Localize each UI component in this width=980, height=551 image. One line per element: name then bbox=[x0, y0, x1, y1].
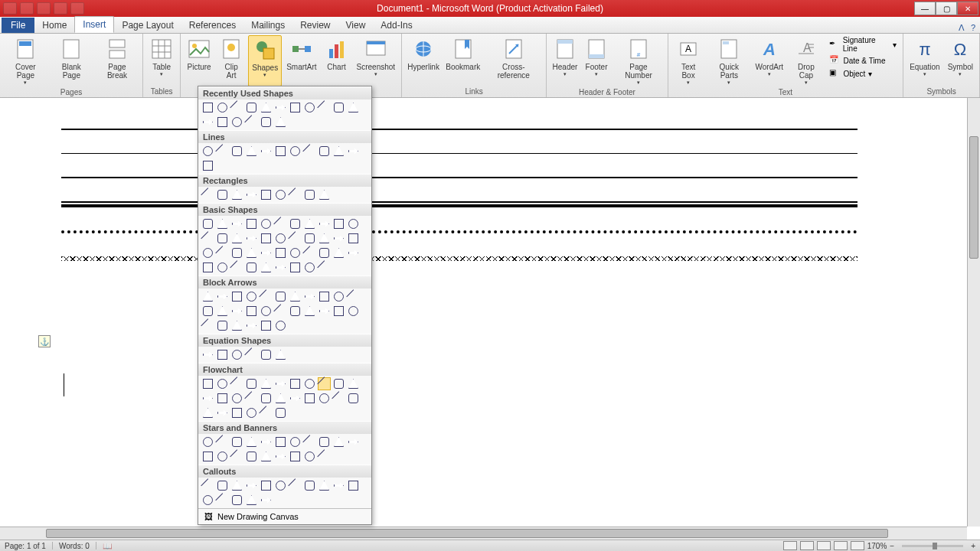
shape-option[interactable] bbox=[201, 246, 214, 259]
file-tab[interactable]: File bbox=[2, 18, 34, 33]
shape-option[interactable] bbox=[303, 450, 316, 463]
shape-option[interactable] bbox=[201, 392, 214, 405]
shape-option[interactable] bbox=[318, 232, 331, 245]
shape-option[interactable] bbox=[230, 406, 243, 419]
shape-option[interactable] bbox=[201, 232, 214, 245]
date-time-button[interactable]: 📅Date & Time bbox=[826, 54, 900, 67]
shape-option[interactable] bbox=[274, 406, 287, 419]
shape-option[interactable] bbox=[332, 377, 345, 390]
tab-insert[interactable]: Insert bbox=[74, 16, 114, 33]
shape-option[interactable] bbox=[245, 101, 258, 114]
shape-option[interactable] bbox=[216, 101, 229, 114]
shape-option[interactable] bbox=[216, 392, 229, 405]
shape-option[interactable] bbox=[303, 217, 316, 230]
shape-option[interactable] bbox=[260, 116, 273, 129]
shape-option[interactable] bbox=[289, 232, 302, 245]
shape-option[interactable] bbox=[289, 246, 302, 259]
shape-option[interactable] bbox=[201, 377, 214, 390]
outline-view[interactable] bbox=[834, 541, 848, 550]
shape-option[interactable] bbox=[289, 305, 302, 318]
page-break-button[interactable]: Page Break bbox=[95, 35, 139, 87]
shapes-button[interactable]: Shapes▾ bbox=[248, 35, 282, 86]
dropcap-button[interactable]: ADrop Cap▾ bbox=[787, 35, 825, 87]
shape-option[interactable] bbox=[347, 290, 360, 303]
shape-option[interactable] bbox=[347, 217, 360, 230]
shape-option[interactable] bbox=[216, 406, 229, 419]
undo-icon[interactable] bbox=[37, 2, 51, 15]
shape-option[interactable] bbox=[201, 319, 214, 332]
tab-mailings[interactable]: Mailings bbox=[243, 18, 292, 33]
shape-option[interactable] bbox=[347, 305, 360, 318]
shape-option[interactable] bbox=[216, 261, 229, 274]
shape-option[interactable] bbox=[260, 450, 273, 463]
shape-option[interactable] bbox=[318, 261, 331, 274]
tab-home[interactable]: Home bbox=[34, 18, 74, 33]
shape-option[interactable] bbox=[274, 319, 287, 332]
shape-option[interactable] bbox=[245, 479, 258, 492]
shape-option[interactable] bbox=[318, 217, 331, 230]
pagenum-button[interactable]: #Page Number▾ bbox=[612, 35, 664, 87]
picture-button[interactable]: Picture bbox=[184, 35, 214, 86]
shape-option[interactable] bbox=[274, 450, 287, 463]
shape-option[interactable] bbox=[245, 319, 258, 332]
shape-option[interactable] bbox=[245, 217, 258, 230]
shape-option[interactable] bbox=[216, 305, 229, 318]
shape-option[interactable] bbox=[216, 188, 229, 201]
shape-option[interactable] bbox=[347, 232, 360, 245]
new-drawing-canvas[interactable]: 🖼New Drawing Canvas bbox=[198, 508, 371, 524]
shape-option[interactable] bbox=[245, 348, 258, 361]
scroll-thumb[interactable] bbox=[46, 529, 888, 538]
shape-option[interactable] bbox=[230, 435, 243, 448]
shape-option[interactable] bbox=[230, 217, 243, 230]
shape-option[interactable] bbox=[274, 479, 287, 492]
save-icon[interactable] bbox=[20, 2, 34, 15]
shape-option[interactable] bbox=[274, 348, 287, 361]
shape-option[interactable] bbox=[274, 261, 287, 274]
shape-option[interactable] bbox=[289, 479, 302, 492]
help-icon[interactable]: ? bbox=[971, 23, 975, 33]
footer-button[interactable]: Footer▾ bbox=[582, 35, 612, 87]
shape-option[interactable] bbox=[260, 188, 273, 201]
shape-option[interactable] bbox=[260, 246, 273, 259]
zoom-in-button[interactable]: + bbox=[971, 542, 975, 550]
shape-option[interactable] bbox=[289, 290, 302, 303]
tab-view[interactable]: View bbox=[338, 18, 374, 33]
shape-option[interactable] bbox=[216, 348, 229, 361]
draft-view[interactable] bbox=[851, 541, 864, 550]
shape-option[interactable] bbox=[332, 145, 345, 158]
shape-option[interactable] bbox=[274, 392, 287, 405]
shape-option[interactable] bbox=[216, 145, 229, 158]
shape-option[interactable] bbox=[332, 290, 345, 303]
shape-option[interactable] bbox=[303, 479, 316, 492]
shape-option[interactable] bbox=[289, 450, 302, 463]
header-button[interactable]: Header▾ bbox=[550, 35, 580, 87]
shape-option[interactable] bbox=[230, 246, 243, 259]
shape-option[interactable] bbox=[303, 435, 316, 448]
shape-option[interactable] bbox=[303, 232, 316, 245]
shape-option[interactable] bbox=[274, 217, 287, 230]
page-status[interactable]: Page: 1 of 1 bbox=[5, 542, 46, 550]
shape-option[interactable] bbox=[245, 232, 258, 245]
shape-option[interactable] bbox=[216, 217, 229, 230]
shape-option[interactable] bbox=[274, 290, 287, 303]
shape-option[interactable] bbox=[230, 261, 243, 274]
shape-option[interactable] bbox=[274, 435, 287, 448]
shape-option[interactable] bbox=[201, 406, 214, 419]
proofing-icon[interactable]: 📖 bbox=[103, 542, 112, 550]
shape-option[interactable] bbox=[347, 435, 360, 448]
shape-option[interactable] bbox=[245, 305, 258, 318]
shape-option[interactable] bbox=[289, 261, 302, 274]
zoom-slider[interactable] bbox=[902, 545, 963, 547]
shape-option[interactable] bbox=[303, 188, 316, 201]
shape-option[interactable] bbox=[274, 101, 287, 114]
shape-option[interactable] bbox=[201, 290, 214, 303]
shape-option[interactable] bbox=[245, 392, 258, 405]
shape-option[interactable] bbox=[216, 232, 229, 245]
shape-option[interactable] bbox=[230, 101, 243, 114]
shape-option[interactable] bbox=[245, 261, 258, 274]
close-button[interactable]: ✕ bbox=[957, 2, 978, 15]
shape-option[interactable] bbox=[201, 217, 214, 230]
shape-option[interactable] bbox=[201, 188, 214, 201]
shape-option[interactable] bbox=[245, 377, 258, 390]
wordart-button[interactable]: AWordArt▾ bbox=[753, 35, 786, 87]
